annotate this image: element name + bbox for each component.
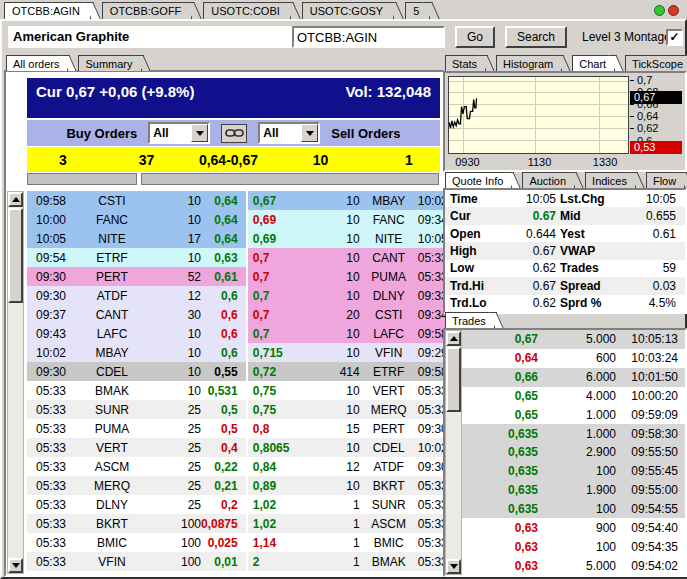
chart-tab[interactable]: Chart (572, 55, 615, 71)
bid-row[interactable]: 09:58 CSTI 10 0,64 (27, 191, 246, 210)
ask-size: 1 (308, 555, 360, 569)
scroll-down-button[interactable] (446, 559, 461, 574)
scroll-up-button[interactable] (446, 331, 461, 346)
bid-row[interactable]: 05:33 BMAK 10 0,531 (27, 381, 246, 400)
bid-price: 0,61 (201, 270, 246, 284)
trades-tab[interactable]: Trades (445, 312, 495, 328)
go-button[interactable]: Go (455, 26, 495, 48)
trade-row[interactable]: 0,635 2.900 09:55:50 (462, 443, 685, 462)
window-tab[interactable]: USOTC:GOSY (302, 2, 394, 19)
ask-row[interactable]: 0,7 10 DLNY 09:33 (248, 286, 454, 305)
chart-tab[interactable]: Stats (445, 55, 486, 71)
ask-row[interactable]: 0,715 10 VFIN 09:29 (248, 343, 454, 362)
quote-label: Lst.Chg (560, 192, 624, 206)
bid-row[interactable]: 05:33 DLNY 25 0,2 (27, 495, 246, 514)
chevron-down-icon[interactable] (301, 124, 318, 142)
quote-tab[interactable]: Indices (585, 172, 636, 188)
trade-row[interactable]: 0,635 1.900 09:55:00 (462, 481, 685, 500)
ask-row[interactable]: 0,7 10 CANT 05:33 (248, 248, 454, 267)
trade-size: 4.000 (538, 389, 616, 403)
trade-row[interactable]: 0,65 4.000 10:00:20 (462, 387, 685, 406)
order-filter-row: Buy Orders All All Sell Orders (27, 120, 440, 146)
bid-row[interactable]: 05:33 PUMA 25 0,5 (27, 419, 246, 438)
bid-row[interactable]: 05:33 BKRT 100 0,0875 (27, 514, 246, 533)
quote-tab[interactable]: Auction (522, 172, 575, 188)
ask-row[interactable]: 0,8 15 PERT 09:30 (248, 419, 454, 438)
trade-row[interactable]: 0,635 100 09:55:45 (462, 462, 685, 481)
ask-row[interactable]: 1,02 1 SUNR 05:33 (248, 495, 454, 514)
montage-panel: Cur 0,67 +0,06 (+9.8%) Vol: 132,048 Buy … (4, 70, 445, 577)
scrollbar-thumb[interactable] (8, 208, 23, 303)
bid-size: 30 (145, 308, 201, 322)
bid-row[interactable]: 05:33 ASCM 25 0,22 (27, 457, 246, 476)
bid-row[interactable]: 10:05 NITE 17 0,64 (27, 229, 246, 248)
bid-row[interactable]: 09:30 CDEL 10 0,55 (27, 362, 246, 381)
ask-row[interactable]: 0,7 10 LAFC 09:58 (248, 324, 454, 343)
chart-tab[interactable]: TickScope (625, 55, 687, 71)
price-chart-panel: 0,70,680,660,640,620,60,670,53 093011301… (443, 71, 687, 172)
ask-row[interactable]: 2 1 BMAK 05:33 (248, 552, 454, 571)
bid-row[interactable]: 10:00 FANC 10 0,64 (27, 210, 246, 229)
window-tab[interactable]: USOTC:COBI (203, 2, 290, 19)
trade-row[interactable]: 0,65 1.000 09:59:09 (462, 405, 685, 424)
montage-tab[interactable]: All orders (6, 55, 68, 71)
trade-row[interactable]: 0,635 100 09:54:55 (462, 500, 685, 519)
window-tab[interactable]: OTCBB:GOFF (102, 2, 193, 19)
chevron-down-icon[interactable] (191, 124, 208, 142)
sell-filter-dropdown[interactable]: All (258, 122, 320, 144)
ask-row[interactable]: 0,8065 10 CDEL 10:02 (248, 438, 454, 457)
ask-row[interactable]: 0,75 10 VERT 05:33 (248, 381, 454, 400)
trade-row[interactable]: 0,66 6.000 10:01:50 (462, 368, 685, 387)
ask-row[interactable]: 0,89 10 BKRT 05:33 (248, 476, 454, 495)
window-tab[interactable]: 5 (405, 2, 430, 19)
window-tab[interactable]: OTCBB:AGIN (4, 2, 91, 19)
chart-tab[interactable]: Histogram (496, 55, 562, 71)
link-filters-button[interactable] (221, 124, 247, 143)
symbol-input[interactable] (292, 26, 445, 48)
trade-row[interactable]: 0,63 900 09:54:40 (462, 518, 685, 537)
ask-price: 0,75 (248, 403, 308, 417)
ask-row[interactable]: 0,69 10 FANC 09:34 (248, 210, 454, 229)
bid-row[interactable]: 10:02 MBAY 10 0,6 (27, 343, 246, 362)
bid-row[interactable]: 05:33 MERQ 25 0,21 (27, 476, 246, 495)
bid-row[interactable]: 05:33 BMIC 100 0,025 (27, 533, 246, 552)
bid-row[interactable]: 05:33 VERT 25 0,4 (27, 438, 246, 457)
ask-row[interactable]: 1,02 1 ASCM 05:33 (248, 514, 454, 533)
ask-row[interactable]: 0,67 10 MBAY 10:02 (248, 191, 454, 210)
bid-row[interactable]: 05:33 VFIN 100 0,01 (27, 552, 246, 571)
quote-tab[interactable]: Quote Info (445, 172, 512, 188)
ask-row[interactable]: 0,69 10 NITE 10:05 (248, 229, 454, 248)
trade-row[interactable]: 0,67 5.000 10:05:13 (462, 330, 685, 349)
quote-tab[interactable]: Flow (646, 172, 685, 188)
trades-scrollbar[interactable] (445, 330, 462, 575)
scroll-up-button[interactable] (8, 192, 23, 207)
bid-row[interactable]: 09:30 ATDF 12 0,6 (27, 286, 246, 305)
montage-tab[interactable]: Summary (78, 55, 141, 71)
ask-row[interactable]: 0,7 10 PUMA 05:33 (248, 267, 454, 286)
window-tab-label: USOTC:COBI (211, 5, 279, 17)
quote-label: VWAP (560, 244, 624, 258)
ask-mpid: CSTI (360, 308, 418, 322)
bid-row[interactable]: 09:30 PERT 52 0,61 (27, 267, 246, 286)
ask-row[interactable]: 0,75 10 MERQ 05:33 (248, 400, 454, 419)
trade-row[interactable]: 0,63 5.000 09:54:02 (462, 556, 685, 575)
quote-info-row: Trd.Lo 0.62 Sprd % 4.5% (445, 295, 685, 312)
scrollbar-thumb[interactable] (446, 347, 461, 412)
ask-row[interactable]: 0,84 12 ATDF 09:30 (248, 457, 454, 476)
search-button[interactable]: Search (505, 26, 567, 48)
trade-row[interactable]: 0,63 100 09:54:35 (462, 537, 685, 556)
bid-row[interactable]: 05:33 SUNR 25 0,5 (27, 400, 246, 419)
level3-checkbox[interactable]: ✓ (666, 29, 683, 46)
quote-value: 0.62 (502, 296, 560, 310)
scroll-down-button[interactable] (8, 558, 23, 573)
bid-row[interactable]: 09:37 CANT 30 0,6 (27, 305, 246, 324)
ask-row[interactable]: 0,72 414 ETRF 09:58 (248, 362, 454, 381)
bid-row[interactable]: 09:54 ETRF 10 0,63 (27, 248, 246, 267)
bid-row[interactable]: 09:43 LAFC 10 0,6 (27, 324, 246, 343)
ask-row[interactable]: 0,7 20 CSTI 09:34 (248, 305, 454, 324)
trade-row[interactable]: 0,635 1.000 09:58:30 (462, 424, 685, 443)
ask-row[interactable]: 1,14 1 BMIC 05:33 (248, 533, 454, 552)
buy-filter-dropdown[interactable]: All (148, 122, 210, 144)
order-book-scrollbar[interactable] (7, 191, 24, 574)
trade-row[interactable]: 0,64 600 10:03:24 (462, 349, 685, 368)
